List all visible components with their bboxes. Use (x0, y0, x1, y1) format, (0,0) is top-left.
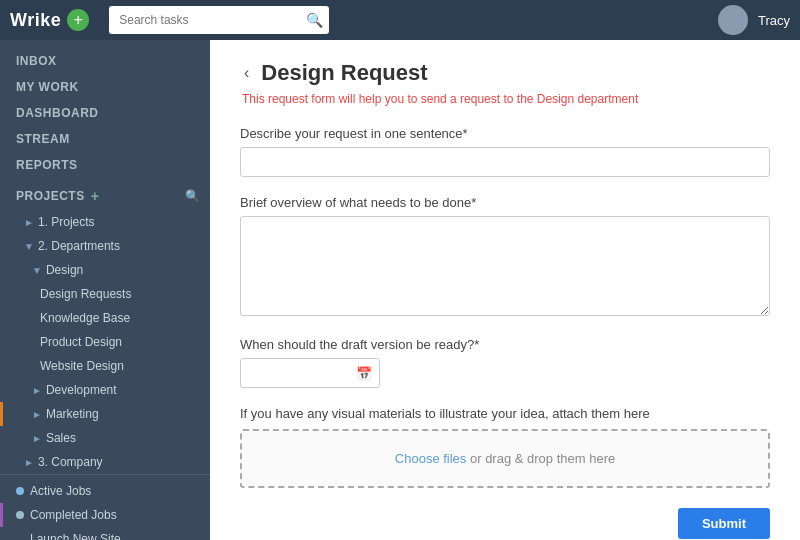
tree-item-development[interactable]: ► Development (0, 378, 210, 402)
sidebar-item-launch-new-site[interactable]: Launch New Site (0, 527, 210, 540)
date-input-wrap: 📅 (240, 358, 380, 388)
active-jobs-label: Active Jobs (30, 484, 91, 498)
sidebar-item-active-jobs[interactable]: Active Jobs (0, 479, 210, 503)
add-button[interactable]: + (67, 9, 89, 31)
field1-input[interactable] (240, 147, 770, 177)
tree-item-label: Development (46, 383, 117, 397)
tree-item-knowledge-base[interactable]: Knowledge Base (0, 306, 210, 330)
tree-item-product-design[interactable]: Product Design (0, 330, 210, 354)
tree-item-projects-1[interactable]: ► 1. Projects (0, 210, 210, 234)
page-header: ‹ Design Request (240, 60, 770, 86)
form-group-attach: If you have any visual materials to illu… (240, 406, 770, 488)
sidebar-item-inbox[interactable]: INBOX (0, 48, 210, 74)
form-footer: Submit (240, 508, 770, 539)
form-group-request-sentence: Describe your request in one sentence* (240, 126, 770, 177)
arrow-icon: ► (32, 433, 42, 444)
field2-label: Brief overview of what needs to be done* (240, 195, 770, 210)
arrow-icon: ▼ (32, 265, 42, 276)
tree-item-company[interactable]: ► 3. Company (0, 450, 210, 474)
form-group-date: When should the draft version be ready?*… (240, 337, 770, 388)
svg-point-1 (722, 23, 744, 35)
submit-button[interactable]: Submit (678, 508, 770, 539)
logo-text: Wrike (10, 10, 61, 31)
date-input[interactable] (240, 358, 380, 388)
topbar: Wrike + 🔍 Tracy (0, 0, 800, 40)
search-bar: 🔍 (109, 6, 329, 34)
tree-item-label: 3. Company (38, 455, 103, 469)
arrow-icon: ► (32, 385, 42, 396)
sidebar-item-completed-jobs[interactable]: Completed Jobs (0, 503, 210, 527)
arrow-icon: ► (32, 409, 42, 420)
tree-item-label: 1. Projects (38, 215, 95, 229)
sidebar-nav: INBOX MY WORK DASHBOARD STREAM REPORTS (0, 40, 210, 182)
tree-item-label: 2. Departments (38, 239, 120, 253)
field3-label: When should the draft version be ready?* (240, 337, 770, 352)
tree-item-sales[interactable]: ► Sales (0, 426, 210, 450)
active-jobs-dot (16, 487, 24, 495)
completed-jobs-dot (16, 511, 24, 519)
tree-item-label: Marketing (46, 407, 99, 421)
tree-item-design[interactable]: ▼ Design (0, 258, 210, 282)
arrow-icon: ► (24, 217, 34, 228)
arrow-icon: ▼ (24, 241, 34, 252)
launch-new-site-label: Launch New Site (30, 532, 121, 540)
sidebar: INBOX MY WORK DASHBOARD STREAM REPORTS P… (0, 40, 210, 540)
avatar (718, 5, 748, 35)
arrow-icon: ► (24, 457, 34, 468)
tree-item-design-requests[interactable]: Design Requests (0, 282, 210, 306)
dropzone[interactable]: Choose files or drag & drop them here (240, 429, 770, 488)
back-button[interactable]: ‹ (240, 64, 253, 82)
main-layout: INBOX MY WORK DASHBOARD STREAM REPORTS P… (0, 40, 800, 540)
attach-or-text: or drag & drop them here (466, 451, 615, 466)
tree-item-label: Design Requests (40, 287, 131, 301)
page-title: Design Request (261, 60, 427, 86)
tree-item-label: Sales (46, 431, 76, 445)
field1-label: Describe your request in one sentence* (240, 126, 770, 141)
sidebar-bottom: Active Jobs Completed Jobs Launch New Si… (0, 474, 210, 540)
choose-files-link[interactable]: Choose files (395, 451, 467, 466)
sidebar-item-my-work[interactable]: MY WORK (0, 74, 210, 100)
field2-textarea[interactable] (240, 216, 770, 316)
attach-label: If you have any visual materials to illu… (240, 406, 770, 421)
svg-point-0 (726, 9, 740, 23)
sidebar-item-reports[interactable]: REPORTS (0, 152, 210, 178)
projects-section-header[interactable]: PROJECTS + 🔍 (0, 182, 210, 210)
tree-item-departments[interactable]: ▼ 2. Departments (0, 234, 210, 258)
completed-jobs-label: Completed Jobs (30, 508, 117, 522)
tree-item-label: Website Design (40, 359, 124, 373)
tree-item-label: Knowledge Base (40, 311, 130, 325)
content-area: ‹ Design Request This request form will … (210, 40, 800, 540)
tree-item-marketing[interactable]: ► Marketing (0, 402, 210, 426)
sidebar-item-dashboard[interactable]: DASHBOARD (0, 100, 210, 126)
sidebar-item-stream[interactable]: STREAM (0, 126, 210, 152)
page-subtitle: This request form will help you to send … (242, 92, 770, 106)
spacer-dot (16, 535, 24, 540)
sidebar-tree: ► 1. Projects ▼ 2. Departments ▼ Design … (0, 210, 210, 474)
projects-label: PROJECTS (16, 189, 85, 203)
tree-item-label: Product Design (40, 335, 122, 349)
tree-item-label: Design (46, 263, 83, 277)
projects-search-icon[interactable]: 🔍 (185, 189, 201, 203)
user-name: Tracy (758, 13, 790, 28)
tree-item-website-design[interactable]: Website Design (0, 354, 210, 378)
search-input[interactable] (109, 6, 329, 34)
search-icon[interactable]: 🔍 (306, 12, 323, 28)
logo-area: Wrike + (10, 9, 89, 31)
projects-add-icon[interactable]: + (91, 188, 100, 204)
form-group-overview: Brief overview of what needs to be done* (240, 195, 770, 319)
